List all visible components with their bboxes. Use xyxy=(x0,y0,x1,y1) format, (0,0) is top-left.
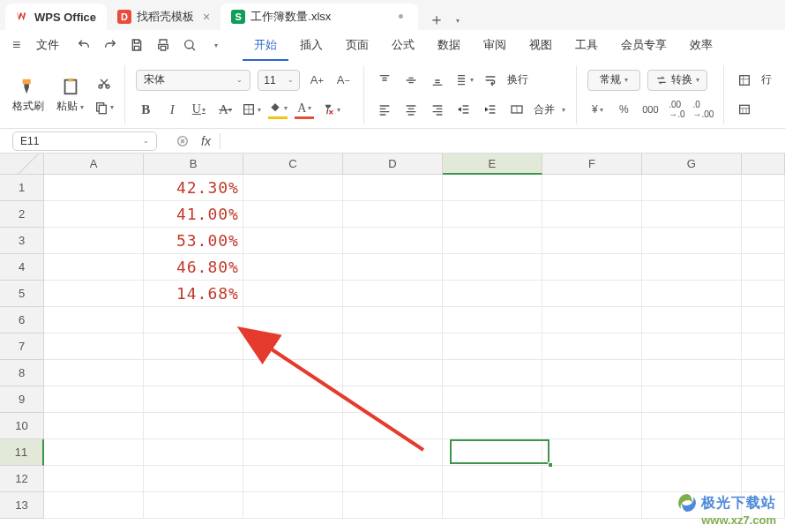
align-top-icon[interactable] xyxy=(375,71,394,90)
cell[interactable]: 53.00% xyxy=(144,228,243,254)
cell[interactable] xyxy=(343,281,443,307)
row-header[interactable]: 10 xyxy=(0,413,44,439)
cell[interactable] xyxy=(243,307,343,333)
cell[interactable] xyxy=(343,228,443,254)
cell[interactable] xyxy=(243,386,343,413)
row-header[interactable]: 12 xyxy=(0,466,44,492)
cell[interactable] xyxy=(44,492,144,519)
paste-button[interactable]: 粘贴 ▾ xyxy=(55,66,86,124)
cell[interactable] xyxy=(144,333,243,360)
fill-handle[interactable] xyxy=(548,462,553,468)
wrap-icon[interactable] xyxy=(481,71,500,90)
cell[interactable] xyxy=(443,281,542,307)
merge-icon[interactable] xyxy=(507,100,527,119)
cell[interactable] xyxy=(542,175,642,201)
cell[interactable] xyxy=(44,175,144,201)
cell[interactable] xyxy=(742,254,785,281)
tab-view[interactable]: 视图 xyxy=(518,30,564,60)
cell[interactable] xyxy=(642,386,742,413)
cell[interactable] xyxy=(642,228,742,254)
cell[interactable] xyxy=(542,307,642,333)
cancel-formula-icon[interactable] xyxy=(173,131,192,151)
cell[interactable] xyxy=(44,439,144,466)
app-home-tab[interactable]: WPS Office xyxy=(5,4,107,30)
cell[interactable] xyxy=(44,413,144,439)
workbook-tab[interactable]: S 工作簿数量.xlsx • xyxy=(221,4,417,30)
cell[interactable] xyxy=(443,307,542,333)
align-right-icon[interactable] xyxy=(428,100,447,119)
fx-icon[interactable]: fx xyxy=(201,134,211,148)
cell[interactable] xyxy=(443,439,542,466)
undo-icon[interactable] xyxy=(73,34,94,56)
fill-color-icon[interactable]: ▾ xyxy=(268,100,288,119)
cell[interactable] xyxy=(742,228,785,254)
cell[interactable] xyxy=(642,201,742,228)
cell[interactable] xyxy=(144,386,243,413)
redo-icon[interactable] xyxy=(100,34,121,56)
cell[interactable] xyxy=(343,413,443,439)
row-header[interactable]: 2 xyxy=(0,201,44,228)
print-icon[interactable] xyxy=(153,34,174,56)
daoke-tab[interactable]: D 找稻壳模板 × xyxy=(107,4,221,30)
font-color-icon[interactable]: A▾ xyxy=(295,100,314,119)
bold-icon[interactable]: B xyxy=(136,100,155,119)
cell[interactable] xyxy=(542,492,642,519)
cell[interactable] xyxy=(144,439,243,466)
cell[interactable] xyxy=(44,254,144,281)
cell[interactable] xyxy=(642,360,742,386)
cell[interactable] xyxy=(642,307,742,333)
row-header[interactable]: 6 xyxy=(0,307,44,333)
close-icon[interactable]: × xyxy=(203,10,210,24)
increase-indent-icon[interactable] xyxy=(481,100,500,119)
cell[interactable] xyxy=(742,439,785,466)
col-header[interactable]: A xyxy=(44,154,144,175)
row-header[interactable]: 9 xyxy=(0,386,44,413)
align-center-icon[interactable] xyxy=(401,100,421,119)
cell[interactable] xyxy=(243,175,343,201)
cell[interactable] xyxy=(343,386,443,413)
cell[interactable] xyxy=(742,466,785,492)
font-name-select[interactable]: 宋体 ⌄ xyxy=(136,70,250,91)
col-header[interactable]: F xyxy=(542,154,642,175)
decrease-decimal-icon[interactable]: .00→.0 xyxy=(667,100,686,119)
cell[interactable] xyxy=(243,228,343,254)
cell[interactable] xyxy=(44,201,144,228)
tab-formula[interactable]: 公式 xyxy=(380,30,426,60)
cell[interactable] xyxy=(542,254,642,281)
cell[interactable] xyxy=(642,175,742,201)
cell[interactable] xyxy=(44,228,144,254)
hamburger-icon[interactable]: ≡ xyxy=(9,37,24,53)
preview-icon[interactable] xyxy=(179,34,200,56)
cell[interactable] xyxy=(542,333,642,360)
cell[interactable] xyxy=(443,201,542,228)
select-all-corner[interactable] xyxy=(0,154,44,175)
border-icon[interactable]: ▾ xyxy=(242,100,261,119)
col-header[interactable]: D xyxy=(343,154,443,175)
cell[interactable] xyxy=(443,175,542,201)
cell[interactable] xyxy=(343,492,443,519)
cell[interactable] xyxy=(742,360,785,386)
col-header[interactable]: B xyxy=(144,154,243,175)
col-header[interactable] xyxy=(742,154,785,175)
transform-button[interactable]: 转换▾ xyxy=(647,70,707,91)
font-size-select[interactable]: 11 ⌄ xyxy=(258,70,300,91)
decrease-indent-icon[interactable] xyxy=(454,100,474,119)
cell[interactable] xyxy=(742,386,785,413)
cell[interactable] xyxy=(542,413,642,439)
row-header[interactable]: 8 xyxy=(0,360,44,386)
cell[interactable] xyxy=(44,360,144,386)
clear-format-icon[interactable]: ▾ xyxy=(321,100,340,119)
col-header[interactable]: G xyxy=(642,154,742,175)
qat-more-icon[interactable]: ▾ xyxy=(206,34,227,56)
cell[interactable] xyxy=(243,466,343,492)
cell[interactable] xyxy=(44,466,144,492)
cell[interactable]: 42.30% xyxy=(144,175,243,201)
cell[interactable] xyxy=(243,333,343,360)
cell[interactable] xyxy=(243,492,343,519)
tab-member[interactable]: 会员专享 xyxy=(609,30,678,60)
cell[interactable]: 14.68% xyxy=(144,281,243,307)
cell[interactable] xyxy=(144,492,243,519)
cell[interactable] xyxy=(542,201,642,228)
tab-page[interactable]: 页面 xyxy=(334,30,380,60)
cell[interactable] xyxy=(44,386,144,413)
